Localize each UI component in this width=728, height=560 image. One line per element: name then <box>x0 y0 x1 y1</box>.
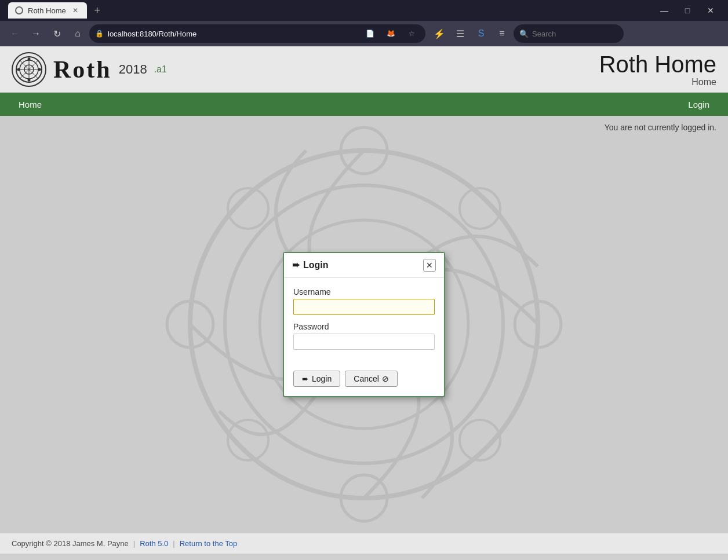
search-input[interactable] <box>514 24 624 43</box>
app-title: Roth Home <box>599 52 716 77</box>
username-label: Username <box>293 287 435 297</box>
logo-area: Roth 2018 .a1 <box>12 52 167 87</box>
new-tab-button[interactable]: + <box>89 2 105 19</box>
nav-home[interactable]: Home <box>9 93 51 116</box>
password-input[interactable] <box>293 334 435 350</box>
home-button[interactable]: ⌂ <box>68 24 87 43</box>
minimize-button[interactable]: — <box>653 0 676 21</box>
main-content: You are not currently logged in. ➨ Login… <box>0 116 728 533</box>
svg-point-7 <box>28 57 31 60</box>
modal-header: ➨ Login ✕ <box>284 253 444 278</box>
modal-title: ➨ Login <box>292 259 329 270</box>
password-label: Password <box>293 322 435 331</box>
back-button[interactable]: ← <box>6 24 24 43</box>
close-window-button[interactable]: ✕ <box>699 0 722 21</box>
footer-top-link[interactable]: Return to the Top <box>180 539 238 548</box>
menu-icon[interactable]: ≡ <box>493 24 511 43</box>
app-header: Roth 2018 .a1 Roth Home Home <box>0 46 728 93</box>
login-arrow-icon: ➨ <box>292 259 300 270</box>
refresh-button[interactable]: ↻ <box>48 24 66 43</box>
nav-login[interactable]: Login <box>679 93 719 116</box>
celtic-logo-svg <box>14 55 43 84</box>
login-btn-icon: ➨ <box>302 374 309 383</box>
cancel-button[interactable]: Cancel ⊘ <box>345 371 398 387</box>
maximize-button[interactable]: □ <box>676 0 699 21</box>
cancel-btn-icon: ⊘ <box>382 374 389 383</box>
sidebar-toggle-icon[interactable]: ☰ <box>451 24 469 43</box>
browser-tab[interactable]: Roth Home ✕ <box>8 2 87 19</box>
forward-button[interactable]: → <box>27 24 45 43</box>
logo-version: .a1 <box>154 64 167 75</box>
window-controls: — □ ✕ <box>653 0 722 21</box>
password-group: Password <box>293 322 435 350</box>
footer-roth-link[interactable]: Roth 5.0 <box>140 539 168 548</box>
footer-sep1: | <box>133 539 135 548</box>
address-bar[interactable]: 🔒 📄 🦊 ☆ <box>89 24 425 43</box>
toolbar-icons: ⚡ ☰ S ≡ <box>430 24 511 43</box>
bookmark-icon[interactable]: ☆ <box>402 24 421 43</box>
modal-close-button[interactable]: ✕ <box>423 259 436 272</box>
browser-titlebar: Roth Home ✕ + — □ ✕ <box>0 0 728 21</box>
login-modal: ➨ Login ✕ Username Password <box>283 252 445 397</box>
svg-point-8 <box>28 78 31 81</box>
browser-toolbar: ← → ↻ ⌂ 🔒 📄 🦊 ☆ ⚡ ☰ S ≡ 🔍 <box>0 21 728 46</box>
footer-copyright: Copyright © 2018 James M. Payne <box>12 539 129 548</box>
synced-tabs-icon[interactable]: ⚡ <box>430 24 449 43</box>
search-container: 🔍 <box>514 24 624 43</box>
logo-icon <box>12 52 46 87</box>
cancel-btn-label: Cancel <box>354 374 379 383</box>
svg-point-10 <box>38 68 41 71</box>
reader-mode-icon[interactable]: 📄 <box>361 24 379 43</box>
username-input[interactable] <box>293 299 435 315</box>
svg-point-9 <box>17 68 20 71</box>
security-lock-icon: 🔒 <box>95 30 104 38</box>
login-btn-label: Login <box>312 374 332 383</box>
user-avatar-icon[interactable]: S <box>472 24 490 43</box>
pocket-icon[interactable]: 🦊 <box>381 24 400 43</box>
footer: Copyright © 2018 James M. Payne | Roth 5… <box>0 533 728 554</box>
browser-chrome: Roth Home ✕ + — □ ✕ ← → ↻ <box>0 0 728 46</box>
search-icon: 🔍 <box>519 30 529 38</box>
header-title-area: Roth Home Home <box>599 52 716 87</box>
nav-bar: Home Login <box>0 93 728 116</box>
modal-body: Username Password <box>284 278 444 366</box>
tab-close-button[interactable]: ✕ <box>71 6 80 15</box>
username-group: Username <box>293 287 435 315</box>
modal-footer: ➨ Login Cancel ⊘ <box>284 366 444 396</box>
footer-sep2: | <box>173 539 174 548</box>
modal-overlay: ➨ Login ✕ Username Password <box>0 116 728 533</box>
app-subtitle: Home <box>599 77 716 87</box>
logo-name: Roth <box>53 56 112 83</box>
login-button[interactable]: ➨ Login <box>293 371 340 387</box>
tab-favicon <box>15 6 23 14</box>
tab-title: Roth Home <box>28 6 66 15</box>
logo-year: 2018 <box>119 62 147 77</box>
